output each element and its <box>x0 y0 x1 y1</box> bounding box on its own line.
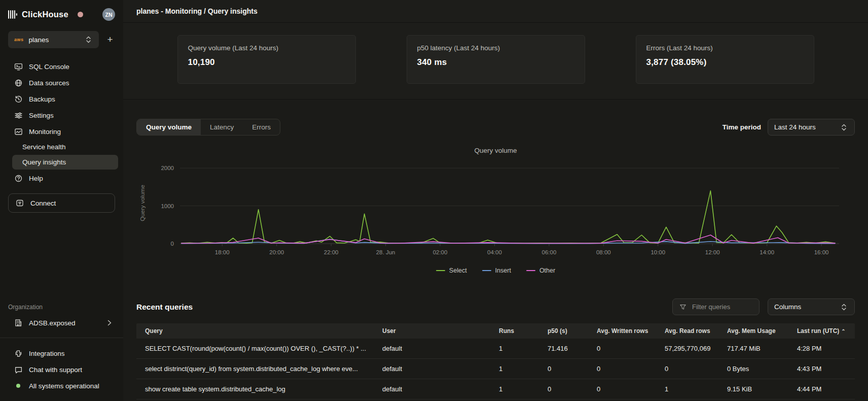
filter-queries-box <box>672 298 760 315</box>
alert-dot <box>78 12 83 17</box>
footer-item-label: Chat with support <box>29 366 82 374</box>
sidebar-item-label: SQL Console <box>29 63 69 71</box>
tab-latency[interactable]: Latency <box>201 119 243 135</box>
sidebar-item-settings[interactable]: Settings <box>0 107 123 123</box>
cell-mem: 0 Bytes <box>723 359 793 379</box>
svg-text:28. Jun: 28. Jun <box>376 249 395 255</box>
chevron-updown-icon <box>839 303 848 312</box>
svg-text:08:00: 08:00 <box>596 249 611 255</box>
column-header-p50[interactable]: p50 (s) <box>544 323 593 339</box>
footer-item-integrations[interactable]: Integrations <box>0 345 123 361</box>
status-dot <box>14 381 23 390</box>
table-header-row: QueryUserRunsp50 (s)Avg. Written rowsAvg… <box>136 323 855 339</box>
column-header-runs[interactable]: Runs <box>495 323 544 339</box>
sidebar-item-data-sources[interactable]: Data sources <box>0 75 123 91</box>
clickhouse-logo-icon <box>8 10 17 19</box>
puzzle-icon <box>14 349 23 358</box>
legend-item-insert[interactable]: Insert <box>482 267 511 274</box>
tab-query-volume[interactable]: Query volume <box>137 119 201 135</box>
sidebar-item-monitoring[interactable]: Monitoring <box>0 123 123 140</box>
help-icon <box>14 174 23 183</box>
cell-query: show create table system.distributed_cac… <box>136 379 378 399</box>
tab-errors[interactable]: Errors <box>243 119 280 135</box>
stat-label: p50 latency (Last 24 hours) <box>417 44 574 52</box>
service-selector-value: planes <box>29 36 79 44</box>
columns-select[interactable]: Columns <box>768 298 855 315</box>
legend-label: Insert <box>495 267 511 274</box>
stat-label: Query volume (Last 24 hours) <box>188 44 345 52</box>
column-header-last[interactable]: Last run (UTC)⌃ <box>793 323 855 339</box>
column-header-wr[interactable]: Avg. Written rows <box>593 323 661 339</box>
svg-text:10:00: 10:00 <box>650 249 665 255</box>
chevron-updown-icon <box>84 35 93 44</box>
time-period-select[interactable]: Last 24 hours <box>768 119 855 136</box>
legend-swatch <box>436 270 445 271</box>
column-header-user[interactable]: User <box>378 323 495 339</box>
column-header-rr[interactable]: Avg. Read rows <box>661 323 723 339</box>
cell-p50: 0 <box>544 379 593 399</box>
chevron-updown-icon <box>839 123 848 132</box>
svg-text:20:00: 20:00 <box>269 249 284 255</box>
cell-runs: 1 <box>495 339 544 358</box>
sidebar-item-label: Data sources <box>29 79 69 87</box>
sidebar-item-label: Help <box>29 175 43 182</box>
building-icon <box>14 318 23 327</box>
cell-user: default <box>378 379 495 399</box>
cell-p50: 71.416 <box>544 339 593 358</box>
connect-button[interactable]: Connect <box>8 193 115 213</box>
stat-value: 10,190 <box>188 57 345 68</box>
svg-text:2000: 2000 <box>161 165 174 171</box>
cell-rr: 1 <box>661 379 723 399</box>
table-row[interactable]: show create table system.distributed_cac… <box>136 379 855 399</box>
service-selector[interactable]: aws planes <box>8 31 99 48</box>
cell-user: default <box>378 359 495 379</box>
sidebar-divider <box>0 338 123 338</box>
footer-item-all-systems-operational[interactable]: All systems operational <box>0 378 123 394</box>
monitor-wave-icon <box>14 127 23 136</box>
sidebar-item-sql-console[interactable]: SQL Console <box>0 58 123 75</box>
sidebar-subitem-label: Query insights <box>22 158 66 166</box>
chart-legend: SelectInsertOther <box>136 267 855 274</box>
sliders-icon <box>14 111 23 120</box>
sidebar-footer: IntegrationsChat with supportAll systems… <box>0 345 123 394</box>
stat-value: 340 ms <box>417 57 574 68</box>
content: Query volumeLatencyErrors Time period La… <box>123 99 868 401</box>
sidebar-subitem-service-health[interactable]: Service health <box>0 140 123 154</box>
time-period-value: Last 24 hours <box>774 123 816 131</box>
svg-text:22:00: 22:00 <box>324 249 339 255</box>
topbar: planes - Monitoring / Query insights <box>123 0 868 23</box>
connect-icon <box>15 198 24 208</box>
cell-p50: 0 <box>544 359 593 379</box>
chart-title: Query volume <box>136 147 855 154</box>
cell-rr: 0 <box>661 359 723 379</box>
footer-item-chat-with-support[interactable]: Chat with support <box>0 361 123 378</box>
chat-icon <box>14 365 23 374</box>
column-header-query[interactable]: Query <box>136 323 378 339</box>
sidebar-nav: SQL ConsoleData sourcesBackupsSettingsMo… <box>0 58 123 186</box>
stat-card-0: Query volume (Last 24 hours)10,190 <box>177 35 356 84</box>
cell-last: 4:43 PM <box>793 359 855 379</box>
avatar[interactable]: ZN <box>102 8 115 21</box>
legend-item-select[interactable]: Select <box>436 267 467 274</box>
add-service-button[interactable]: + <box>104 34 116 45</box>
table-row[interactable]: SELECT CAST(round(pow(count() / max(coun… <box>136 339 855 359</box>
stat-card-2: Errors (Last 24 hours)3,877 (38.05%) <box>636 35 814 84</box>
sidebar-subitem-label: Service health <box>22 143 66 151</box>
sort-ascending-icon: ⌃ <box>841 328 845 334</box>
legend-item-other[interactable]: Other <box>526 267 555 274</box>
column-header-mem[interactable]: Avg. Mem Usage <box>723 323 793 339</box>
organization-item[interactable]: ADSB.exposed <box>0 315 123 331</box>
table-row[interactable]: select distrinct(query_id) from system.d… <box>136 359 855 379</box>
table-body: SELECT CAST(round(pow(count() / max(coun… <box>136 339 855 399</box>
stat-card-1: p50 latency (Last 24 hours)340 ms <box>407 35 585 84</box>
chart-tabs: Query volumeLatencyErrors <box>136 119 280 136</box>
cell-wr: 0 <box>593 339 661 358</box>
sidebar-item-label: Backups <box>29 95 55 103</box>
sidebar-item-backups[interactable]: Backups <box>0 91 123 107</box>
sidebar-subitem-query-insights[interactable]: Query insights <box>12 155 118 170</box>
filter-queries-input[interactable] <box>692 303 748 311</box>
cell-last: 4:44 PM <box>793 379 855 399</box>
sidebar-item-help[interactable]: Help <box>0 170 123 186</box>
cell-query: select distrinct(query_id) from system.d… <box>136 359 378 379</box>
globe-icon <box>14 78 23 87</box>
